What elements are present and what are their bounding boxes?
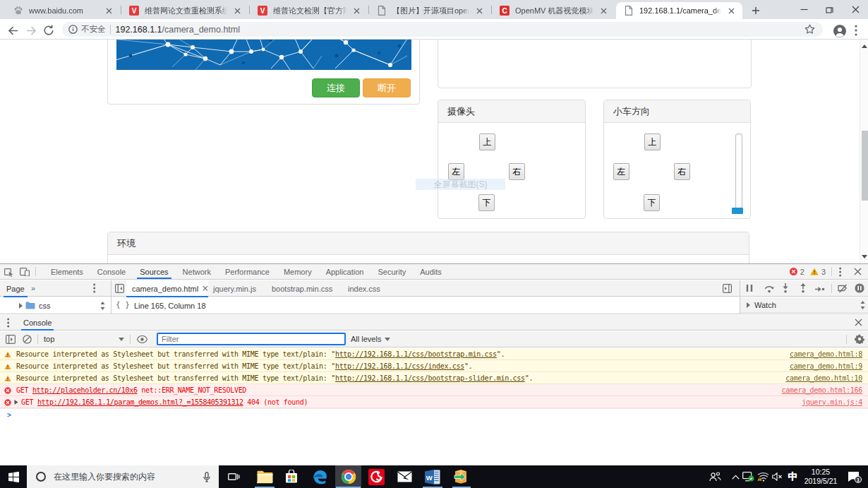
message-source-link[interactable]: jquery.min.js:4 bbox=[802, 398, 862, 406]
console-warning-row[interactable]: Resource interpreted as Stylesheet but t… bbox=[0, 348, 868, 360]
car-right-button[interactable]: 右 bbox=[674, 163, 690, 180]
speed-slider-track[interactable] bbox=[735, 133, 742, 211]
car-left-button[interactable]: 左 bbox=[613, 163, 629, 180]
devtools-tab-console[interactable]: Console bbox=[90, 264, 133, 279]
camera-down-button[interactable]: 下 bbox=[478, 194, 495, 211]
clear-console-icon[interactable] bbox=[23, 335, 32, 345]
watch-expand-icon[interactable] bbox=[746, 302, 751, 308]
devtools-tab-performance[interactable]: Performance bbox=[218, 264, 277, 279]
back-button[interactable] bbox=[4, 21, 22, 40]
sidebar-scroll-spinner-icon[interactable] bbox=[860, 299, 865, 311]
warning-count-icon[interactable] bbox=[810, 268, 819, 275]
drawer-kebab-icon[interactable] bbox=[7, 318, 9, 329]
tab-close-icon[interactable] bbox=[598, 5, 609, 16]
camera-right-button[interactable]: 右 bbox=[509, 163, 525, 180]
start-button[interactable] bbox=[0, 465, 27, 488]
inspect-element-icon[interactable] bbox=[1, 264, 17, 279]
console-settings-gear-icon[interactable] bbox=[855, 334, 864, 345]
devtools-close-icon[interactable] bbox=[849, 264, 866, 279]
window-minimize-button[interactable] bbox=[792, 0, 816, 19]
taskbar-clock[interactable]: 10:25 2019/5/21 bbox=[799, 468, 843, 487]
tree-item-css[interactable]: css bbox=[39, 302, 51, 310]
mail-icon[interactable] bbox=[392, 465, 417, 488]
edge-icon[interactable] bbox=[307, 465, 332, 488]
message-link[interactable]: http://192.168.1.1/css/bootstrap-slider.… bbox=[335, 374, 525, 382]
new-tab-button[interactable] bbox=[747, 2, 765, 19]
message-source-link[interactable]: camera_demo.html:166 bbox=[782, 386, 862, 394]
devtools-tab-sources[interactable]: Sources bbox=[133, 264, 175, 279]
devtools-tab-memory[interactable]: Memory bbox=[277, 264, 319, 279]
hide-navigator-icon[interactable] bbox=[115, 284, 124, 294]
window-close-button[interactable] bbox=[843, 0, 867, 19]
camera-left-button[interactable]: 左 bbox=[448, 163, 464, 180]
security-label[interactable]: 不安全 bbox=[81, 24, 106, 35]
console-sidebar-icon[interactable] bbox=[6, 335, 16, 345]
scroll-down-icon[interactable] bbox=[860, 252, 868, 261]
page-scrollbar[interactable] bbox=[860, 40, 868, 263]
watch-section-header[interactable]: Watch bbox=[740, 297, 868, 313]
file-tab-camera-demo[interactable]: camera_demo.html bbox=[126, 280, 208, 297]
tab-close-icon[interactable] bbox=[725, 5, 737, 16]
message-source-link[interactable]: camera_demo.html:9 bbox=[790, 362, 862, 370]
browser-menu-kebab-icon[interactable] bbox=[847, 21, 865, 40]
browser-tab-3[interactable]: V 维普论文检测【官方网站】- bbox=[250, 2, 368, 19]
url-path[interactable]: /camera_demo.html bbox=[162, 25, 240, 35]
navigator-more-tabs[interactable]: » bbox=[31, 284, 35, 292]
info-icon[interactable] bbox=[68, 25, 78, 34]
console-error-row[interactable]: GET http://192.168.1.1/param_demos.html?… bbox=[0, 396, 868, 408]
console-warning-row[interactable]: Resource interpreted as Stylesheet but t… bbox=[0, 372, 868, 384]
netease-music-icon[interactable] bbox=[363, 465, 389, 488]
file-explorer-icon[interactable] bbox=[251, 465, 279, 488]
action-center-icon[interactable]: 1 bbox=[843, 465, 867, 488]
devtools-tab-elements[interactable]: Elements bbox=[44, 264, 90, 279]
file-tab-jquery[interactable]: jquery.min.js bbox=[213, 280, 256, 297]
orange-app-icon[interactable] bbox=[448, 465, 474, 488]
devtools-tab-application[interactable]: Application bbox=[319, 264, 371, 279]
forward-button[interactable] bbox=[22, 21, 40, 40]
task-view-button[interactable] bbox=[221, 465, 246, 488]
console-warning-row[interactable]: Resource interpreted as Stylesheet but t… bbox=[0, 360, 868, 372]
ime-indicator[interactable]: 中 bbox=[785, 465, 800, 488]
message-link[interactable]: http://192.168.1.1/css/index.css bbox=[335, 362, 464, 370]
console-drawer-tab[interactable]: Console bbox=[20, 315, 55, 331]
hide-debugger-sidebar-icon[interactable] bbox=[723, 284, 732, 294]
url-host[interactable]: 192.168.1.1 bbox=[116, 25, 162, 35]
log-levels-selector[interactable]: All levels bbox=[351, 335, 381, 343]
window-maximize-button[interactable] bbox=[817, 0, 841, 19]
execution-context-selector[interactable]: top bbox=[44, 335, 54, 343]
devtools-tab-security[interactable]: Security bbox=[370, 264, 413, 279]
tab-close-icon[interactable] bbox=[103, 5, 114, 16]
message-link[interactable]: http://192.168.1.1/css/bootstrap.min.css bbox=[335, 350, 497, 358]
step-out-icon[interactable] bbox=[800, 283, 807, 294]
levels-dropdown-icon[interactable] bbox=[385, 338, 390, 341]
scroll-up-icon[interactable] bbox=[860, 42, 868, 50]
browser-tab-4[interactable]: 【图片】开源项目openmv【 bbox=[369, 2, 490, 19]
step-over-icon[interactable] bbox=[764, 284, 774, 294]
speed-slider-handle[interactable] bbox=[732, 208, 743, 214]
car-up-button[interactable]: 上 bbox=[644, 133, 661, 150]
drawer-close-icon[interactable] bbox=[855, 319, 862, 328]
debugger-sidebar-divider[interactable] bbox=[740, 280, 740, 314]
bookmark-star-icon[interactable] bbox=[804, 24, 815, 35]
browser-tab-5[interactable]: C OpenMV 机器视觉模块 简介 bbox=[492, 2, 615, 19]
file-tab-bootstrap-css[interactable]: bootstrap.min.css bbox=[272, 280, 332, 297]
live-expression-eye-icon[interactable] bbox=[137, 335, 147, 345]
file-tab-index-css[interactable]: index.css bbox=[348, 280, 380, 297]
disconnect-button[interactable]: 断开 bbox=[363, 78, 411, 97]
reload-button[interactable] bbox=[40, 21, 58, 40]
deactivate-breakpoints-icon[interactable] bbox=[838, 284, 848, 294]
expand-triangle-icon[interactable] bbox=[14, 400, 18, 405]
car-down-button[interactable]: 下 bbox=[644, 194, 660, 211]
message-source-link[interactable]: camera_demo.html:10 bbox=[785, 374, 862, 382]
address-bar[interactable]: 不安全 192.168.1.1/camera_demo.html bbox=[62, 22, 823, 37]
browser-tab-2[interactable]: V 维普网论文查重检测系统入口 bbox=[121, 2, 248, 19]
tab-close-icon[interactable] bbox=[351, 5, 362, 16]
browser-tab-active[interactable]: 192.168.1.1/camera_demo bbox=[616, 2, 742, 19]
console-prompt[interactable]: > bbox=[0, 408, 868, 420]
navigator-divider[interactable] bbox=[111, 280, 111, 314]
microsoft-store-icon[interactable] bbox=[279, 465, 304, 488]
connect-button[interactable]: 连接 bbox=[312, 78, 360, 97]
page-scrollbar-thumb[interactable] bbox=[862, 131, 868, 201]
tab-close-icon[interactable] bbox=[231, 5, 243, 16]
context-dropdown-icon[interactable] bbox=[119, 338, 124, 341]
